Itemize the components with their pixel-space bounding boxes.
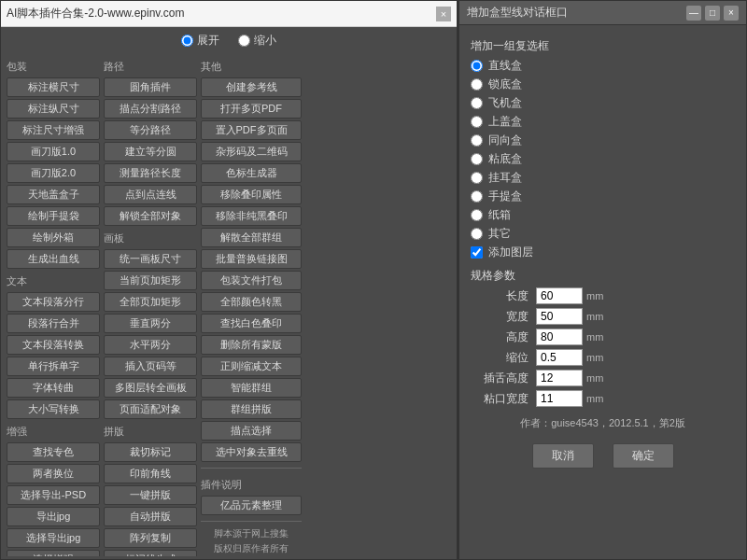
btn-equal-path[interactable]: 等分路径 (104, 120, 197, 140)
radio-item-9[interactable]: 其它 (471, 226, 735, 242)
btn-create-guide[interactable]: 创建参考线 (201, 77, 302, 97)
dialog-close-button[interactable]: × (724, 6, 739, 21)
radio-5[interactable] (471, 153, 483, 165)
btn-fit-page[interactable]: 页面适配对象 (104, 399, 197, 419)
confirm-button[interactable]: 确定 (613, 443, 674, 469)
btn-export-psd[interactable]: 选择导出-PSD (7, 485, 100, 505)
btn-mark-width[interactable]: 标注横尺寸 (7, 77, 100, 97)
btn-export-jpg[interactable]: 导出jpg (7, 507, 100, 526)
btn-unlock-all[interactable]: 解锁全部对象 (104, 206, 197, 226)
param-input-length[interactable] (536, 287, 583, 304)
param-input-offset[interactable] (536, 349, 583, 366)
btn-crop-mark[interactable]: 裁切标记 (104, 442, 197, 462)
cancel-button[interactable]: 取消 (532, 443, 594, 469)
btn-case-convert[interactable]: 大小写转换 (7, 399, 100, 419)
btn-dedup[interactable]: 选中对象去重线 (201, 442, 302, 462)
radio-item-5[interactable]: 粘底盒 (471, 151, 735, 167)
btn-knife1[interactable]: 画刀版1.0 (7, 142, 100, 161)
radio-1[interactable] (471, 78, 483, 91)
btn-find-white[interactable]: 查找白色叠印 (201, 314, 302, 333)
btn-layer-to-artboard[interactable]: 多图层转全画板 (104, 378, 197, 398)
btn-one-click-impose[interactable]: 一键拼版 (104, 485, 197, 505)
btn-group-impose[interactable]: 群组拼版 (201, 399, 302, 419)
btn-qrcode[interactable]: 杂形码及二维码 (201, 142, 302, 161)
param-input-width[interactable] (536, 308, 583, 325)
btn-swap[interactable]: 两者换位 (7, 464, 100, 483)
btn-split-horizontal[interactable]: 水平两分 (104, 335, 197, 355)
collapse-radio[interactable] (238, 35, 250, 47)
radio-7[interactable] (471, 190, 483, 203)
btn-text-convert[interactable]: 文本段落转换 (7, 335, 100, 355)
btn-point-connect[interactable]: 点到点连线 (104, 185, 197, 204)
btn-open-pdf[interactable]: 打开多页PDF (201, 99, 302, 119)
btn-split-vertical[interactable]: 垂直两分 (104, 314, 197, 333)
radio-item-1[interactable]: 锁底盒 (471, 77, 735, 92)
btn-bleed[interactable]: 生成出血线 (7, 249, 100, 269)
btn-all-page-rect[interactable]: 全部页加矩形 (104, 292, 197, 312)
btn-regex-text[interactable]: 正则缩减文本 (201, 357, 302, 376)
btn-remove-overprint[interactable]: 移除叠印属性 (201, 185, 302, 204)
btn-mark-enhanced[interactable]: 标注尺寸增强 (7, 120, 100, 140)
btn-insert-page-num[interactable]: 插入页码等 (104, 357, 197, 376)
btn-unify-artboard[interactable]: 统一画板尺寸 (104, 249, 197, 269)
btn-mark-height[interactable]: 标注纵尺寸 (7, 99, 100, 119)
add-layer-checkbox-label[interactable]: 添加图层 (471, 245, 735, 260)
btn-para-merge[interactable]: 段落行合并 (7, 314, 100, 333)
btn-knife2[interactable]: 画刀版2.0 (7, 163, 100, 183)
btn-ungroup-all[interactable]: 解散全部群组 (201, 228, 302, 247)
radio-6[interactable] (471, 172, 483, 184)
dialog-min-button[interactable]: — (686, 6, 701, 21)
btn-select-export-jpg[interactable]: 选择导出jpg (7, 528, 100, 548)
radio-item-3[interactable]: 上盖盒 (471, 114, 735, 130)
radio-2[interactable] (471, 97, 483, 109)
btn-corner-line[interactable]: 印前角线 (104, 464, 197, 483)
btn-equal-circle[interactable]: 建立等分圆 (104, 142, 197, 161)
btn-font-curve[interactable]: 字体转曲 (7, 378, 100, 398)
radio-item-7[interactable]: 手提盒 (471, 189, 735, 204)
btn-all-to-black[interactable]: 全部颜色转黑 (201, 292, 302, 312)
radio-0[interactable] (471, 60, 483, 72)
address-close-button[interactable]: × (436, 7, 451, 21)
btn-outer-box[interactable]: 绘制外箱 (7, 228, 100, 247)
radio-item-8[interactable]: 纸箱 (471, 207, 735, 223)
btn-auto-impose[interactable]: 自动拼版 (104, 507, 197, 526)
btn-single-char[interactable]: 单行拆单字 (7, 357, 100, 376)
btn-round-corner[interactable]: 圆角插件 (104, 77, 197, 97)
radio-item-4[interactable]: 同向盒 (471, 133, 735, 148)
btn-smart-group[interactable]: 智能群组 (201, 378, 302, 398)
btn-place-pdf[interactable]: 置入PDF多页面 (201, 120, 302, 140)
expand-radio[interactable] (181, 35, 193, 47)
btn-split-path[interactable]: 描点分割路径 (104, 99, 197, 119)
btn-cur-page-rect[interactable]: 当前页加矩形 (104, 271, 197, 290)
btn-batch-replace[interactable]: 批量普换链接图 (201, 249, 302, 269)
btn-select-enhance[interactable]: 选择增强 (7, 550, 100, 556)
btn-mark-line[interactable]: 标记线生成 (104, 550, 197, 556)
radio-8[interactable] (471, 209, 483, 221)
radio-4[interactable] (471, 134, 483, 147)
btn-remove-black-overprint[interactable]: 移除非纯黑叠印 (201, 206, 302, 226)
add-layer-checkbox[interactable] (471, 246, 483, 259)
btn-delete-mask[interactable]: 删除所有蒙版 (201, 335, 302, 355)
btn-path-length[interactable]: 测量路径长度 (104, 163, 197, 183)
btn-yipin[interactable]: 亿品元素整理 (201, 496, 302, 515)
btn-color-swatch[interactable]: 色标生成器 (201, 163, 302, 183)
radio-item-6[interactable]: 挂耳盒 (471, 170, 735, 186)
param-input-glue-width[interactable] (536, 390, 583, 407)
btn-package-file[interactable]: 包装文件打包 (201, 271, 302, 290)
url-input[interactable] (7, 7, 436, 21)
radio-3[interactable] (471, 116, 483, 128)
radio-item-2[interactable]: 飞机盒 (471, 95, 735, 111)
expand-label[interactable]: 展开 (181, 33, 219, 49)
btn-lid-box[interactable]: 天地盖盒子 (7, 185, 100, 204)
radio-item-0[interactable]: 直线盒 (471, 58, 735, 74)
param-input-height[interactable] (536, 329, 583, 345)
radio-9[interactable] (471, 228, 483, 240)
btn-anchor-select[interactable]: 描点选择 (201, 421, 302, 441)
collapse-label[interactable]: 缩小 (238, 33, 276, 49)
btn-array-copy[interactable]: 阵列复制 (104, 528, 197, 548)
btn-handbag[interactable]: 绘制手提袋 (7, 206, 100, 226)
btn-text-split[interactable]: 文本段落分行 (7, 292, 100, 312)
dialog-max-button[interactable]: □ (705, 6, 720, 21)
btn-find-spot[interactable]: 查找专色 (7, 442, 100, 462)
param-input-tab-height[interactable] (536, 370, 583, 386)
